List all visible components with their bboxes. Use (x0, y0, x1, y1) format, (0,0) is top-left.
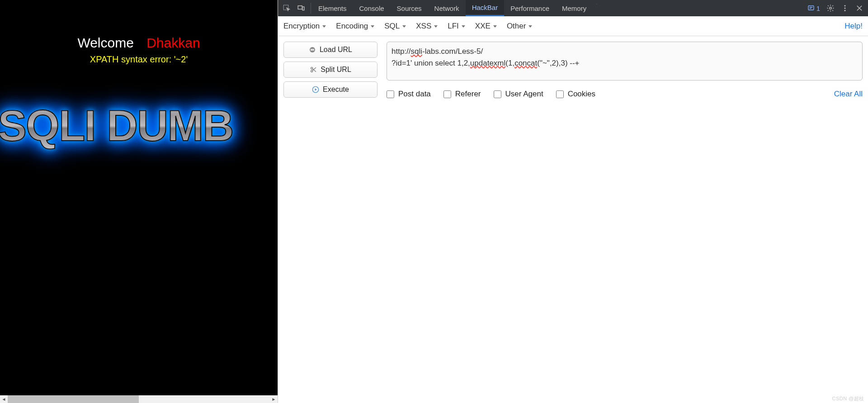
svg-rect-1 (298, 6, 302, 9)
menu-other-label: Other (507, 22, 526, 31)
play-icon (312, 86, 319, 93)
user-agent-check[interactable]: User Agent (494, 90, 543, 99)
device-toggle-icon[interactable] (297, 4, 305, 12)
caret-down-icon (493, 25, 497, 28)
settings-icon[interactable] (826, 4, 835, 12)
svg-rect-9 (311, 49, 314, 51)
cookies-check[interactable]: Cookies (556, 90, 595, 99)
xpath-error-text: XPATH syntax error: '~2' (0, 54, 278, 65)
load-url-button[interactable]: Load URL (283, 42, 377, 58)
svg-rect-3 (808, 6, 814, 10)
welcome-heading: Welcome Dhakkan (0, 35, 278, 51)
referer-label: Referer (455, 90, 481, 99)
menu-other[interactable]: Other (507, 22, 533, 31)
hackbar-toolbar: Encryption Encoding SQL XSS LFI XXE Othe… (278, 16, 868, 36)
page-content: Welcome Dhakkan XPATH syntax error: '~2'… (0, 0, 278, 395)
tab-performance[interactable]: Performance (504, 0, 556, 16)
menu-sql-label: SQL (384, 22, 400, 31)
post-data-check[interactable]: Post data (387, 90, 431, 99)
menu-xss[interactable]: XSS (416, 22, 438, 31)
menu-encoding-label: Encoding (336, 22, 368, 31)
svg-point-4 (830, 7, 832, 9)
svg-point-5 (844, 5, 846, 6)
svg-rect-2 (302, 7, 304, 10)
issues-badge[interactable]: 1 (807, 5, 820, 12)
hackbar-body: Load URL Split URL Execute http://sqli-l… (278, 36, 868, 104)
logo-wrap: SQLI DUMB (0, 101, 278, 151)
devtools-panel: Elements Console Sources Network HackBar… (278, 0, 868, 403)
devtools-left-icons (278, 0, 310, 16)
welcome-text: Welcome (77, 35, 133, 50)
scroll-thumb[interactable] (8, 395, 139, 403)
post-data-checkbox[interactable] (387, 90, 394, 98)
scissors-icon (310, 66, 317, 73)
issues-count: 1 (816, 5, 820, 12)
hackbar-right-column: http://sqli-labs.com/Less-5/?id=1' union… (387, 42, 863, 99)
scroll-left-arrow-icon[interactable]: ◄ (0, 395, 8, 403)
load-url-label: Load URL (320, 46, 352, 54)
sqli-logo-text: SQLI DUMB (0, 101, 233, 151)
cookies-label: Cookies (568, 90, 595, 99)
more-tabs-icon[interactable] (593, 0, 601, 8)
menu-xss-label: XSS (416, 22, 431, 31)
scroll-right-arrow-icon[interactable]: ► (270, 395, 278, 403)
tab-elements[interactable]: Elements (312, 0, 353, 16)
execute-button[interactable]: Execute (283, 81, 377, 98)
kebab-menu-icon[interactable] (841, 4, 849, 12)
url-textarea[interactable]: http://sqli-labs.com/Less-5/?id=1' union… (387, 42, 863, 81)
menu-lfi[interactable]: LFI (448, 22, 465, 31)
caret-down-icon (322, 25, 326, 28)
hackbar-checks-row: Post data Referer User Agent Cookies Cle… (387, 90, 863, 99)
menu-lfi-label: LFI (448, 22, 459, 31)
referer-check[interactable]: Referer (443, 90, 481, 99)
menu-sql[interactable]: SQL (384, 22, 406, 31)
svg-point-7 (844, 10, 846, 11)
tab-hackbar[interactable]: HackBar (466, 0, 505, 16)
caret-down-icon (462, 25, 465, 28)
cookies-checkbox[interactable] (556, 90, 564, 98)
tab-network[interactable]: Network (428, 0, 466, 16)
menu-xxe[interactable]: XXE (475, 22, 497, 31)
caret-down-icon (528, 25, 532, 28)
tab-sources[interactable]: Sources (391, 0, 428, 16)
svg-point-6 (844, 8, 846, 9)
menu-encryption[interactable]: Encryption (283, 22, 326, 31)
split-url-label: Split URL (321, 66, 351, 74)
inspect-icon[interactable] (283, 4, 291, 12)
post-data-label: Post data (398, 90, 431, 99)
close-devtools-icon[interactable] (855, 4, 863, 12)
menu-encryption-label: Encryption (283, 22, 320, 31)
user-agent-checkbox[interactable] (494, 90, 501, 98)
scroll-track[interactable] (8, 395, 270, 403)
user-agent-label: User Agent (505, 90, 543, 99)
devtools-tabstrip: Elements Console Sources Network HackBar… (278, 0, 868, 16)
horizontal-scrollbar[interactable]: ◄ ► (0, 395, 278, 403)
menu-xxe-label: XXE (475, 22, 491, 31)
hackbar-button-column: Load URL Split URL Execute (283, 42, 377, 98)
help-link[interactable]: Help! (844, 22, 863, 31)
tab-memory[interactable]: Memory (556, 0, 593, 16)
referer-checkbox[interactable] (443, 90, 451, 98)
caret-down-icon (371, 25, 374, 28)
caret-down-icon (402, 25, 406, 28)
split-url-button[interactable]: Split URL (283, 62, 377, 78)
clear-all-link[interactable]: Clear All (834, 90, 863, 99)
tab-console[interactable]: Console (353, 0, 391, 16)
load-url-icon (309, 46, 316, 53)
welcome-name: Dhakkan (146, 35, 200, 50)
caret-down-icon (434, 25, 438, 28)
watermark-text: CSDN @超枝 (832, 395, 864, 402)
page-viewport: Welcome Dhakkan XPATH syntax error: '~2'… (0, 0, 278, 403)
menu-encoding[interactable]: Encoding (336, 22, 374, 31)
execute-label: Execute (323, 85, 349, 94)
